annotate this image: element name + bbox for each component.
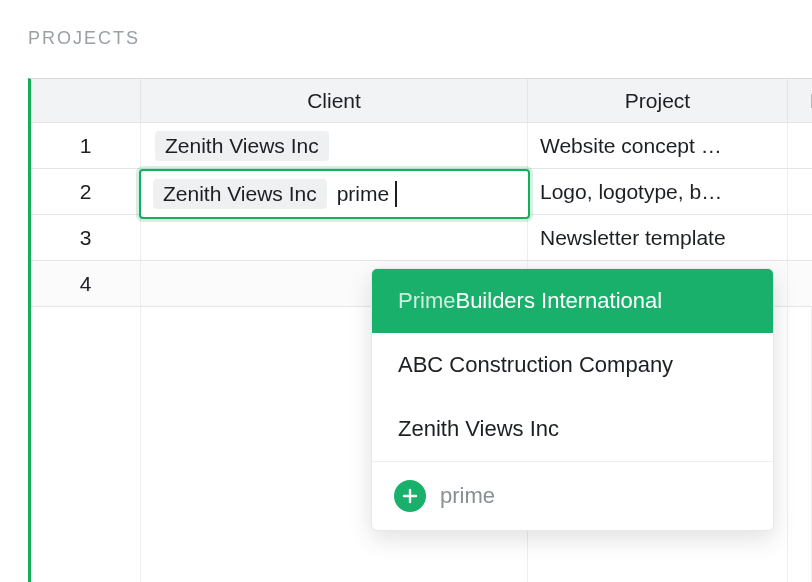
table-header-row: Client Project H: [31, 79, 812, 123]
column-header-extra[interactable]: H: [788, 79, 812, 122]
row-number: 3: [31, 215, 141, 260]
client-tag[interactable]: Zenith Views Inc: [153, 179, 327, 209]
dropdown-option[interactable]: ABC Construction Company: [372, 333, 773, 397]
extra-cell[interactable]: [788, 123, 812, 168]
row-number: 4: [31, 261, 141, 306]
client-cell[interactable]: [141, 215, 528, 260]
client-tag: Zenith Views Inc: [155, 131, 329, 161]
plus-icon: [394, 480, 426, 512]
extra-cell[interactable]: [788, 169, 812, 214]
dropdown-add-label: prime: [440, 483, 495, 509]
row-number-header: [31, 79, 141, 122]
table-row: 1 Zenith Views Inc Website concept …: [31, 123, 812, 169]
dropdown-add-new[interactable]: prime: [372, 462, 773, 530]
column-header-client[interactable]: Client: [141, 79, 528, 122]
dropdown-option-rest: Builders International: [455, 288, 662, 314]
dropdown-option[interactable]: Zenith Views Inc: [372, 397, 773, 461]
table-row: 3 Newsletter template: [31, 215, 812, 261]
row-number: 1: [31, 123, 141, 168]
autocomplete-dropdown: Prime Builders International ABC Constru…: [371, 268, 774, 531]
column-header-project[interactable]: Project: [528, 79, 788, 122]
project-cell[interactable]: Newsletter template: [528, 215, 788, 260]
dropdown-option[interactable]: Prime Builders International: [372, 269, 773, 333]
dropdown-option-match: Prime: [398, 288, 455, 314]
client-input[interactable]: [337, 181, 397, 207]
section-label: PROJECTS: [0, 0, 812, 67]
extra-cell[interactable]: [788, 215, 812, 260]
extra-cell[interactable]: [788, 261, 812, 306]
client-cell-editing[interactable]: Zenith Views Inc: [139, 169, 530, 219]
row-number: 2: [31, 169, 141, 214]
project-cell[interactable]: Website concept …: [528, 123, 788, 168]
project-cell[interactable]: Logo, logotype, b…: [528, 169, 788, 214]
client-cell[interactable]: Zenith Views Inc: [141, 123, 528, 168]
